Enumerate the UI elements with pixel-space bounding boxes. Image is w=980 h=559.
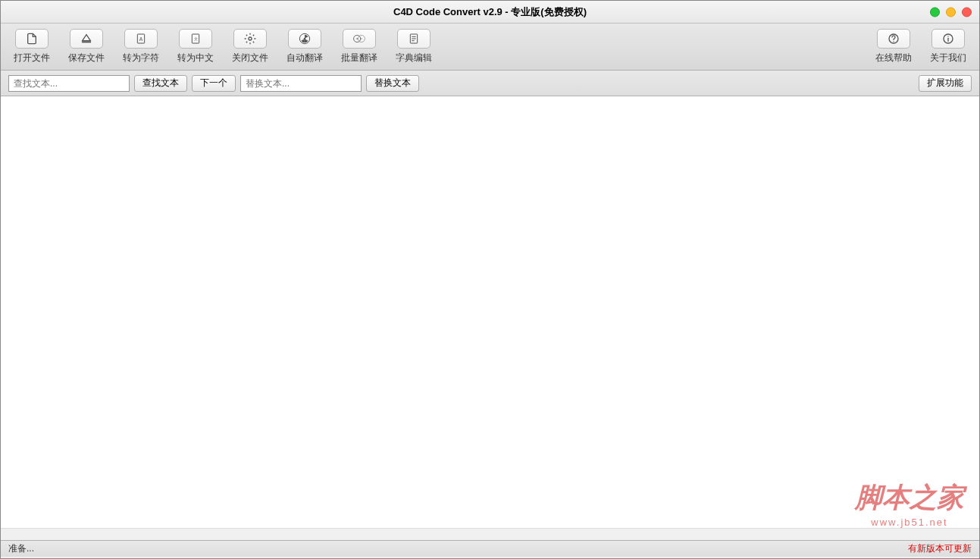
info-icon bbox=[931, 29, 965, 49]
svg-text:文: 文 bbox=[194, 36, 198, 41]
batch-translate-label: 批量翻译 bbox=[341, 52, 377, 64]
find-button[interactable]: 查找文本 bbox=[134, 75, 187, 92]
svg-point-5 bbox=[249, 37, 252, 40]
svg-point-20 bbox=[947, 36, 948, 36]
status-ready: 准备... bbox=[8, 542, 34, 555]
main-toolbar: 打开文件 保存文件 A 转为字符 文 转为中文 关闭文件 自动翻译 bbox=[1, 24, 979, 71]
to-chars-label: 转为字符 bbox=[123, 52, 159, 64]
replace-input[interactable] bbox=[240, 75, 362, 92]
to-chars-button[interactable]: A 转为字符 bbox=[121, 29, 161, 64]
disk-icon bbox=[70, 29, 103, 49]
close-window-button[interactable] bbox=[962, 7, 972, 17]
minimize-button[interactable] bbox=[930, 7, 940, 17]
auto-translate-button[interactable]: 自动翻译 bbox=[284, 29, 325, 64]
save-file-button[interactable]: 保存文件 bbox=[66, 29, 107, 64]
auto-translate-label: 自动翻译 bbox=[286, 52, 323, 64]
radiation-multi-icon bbox=[343, 29, 376, 49]
status-update: 有新版本可更新 bbox=[908, 542, 972, 555]
maximize-button[interactable] bbox=[946, 7, 956, 17]
editor-area[interactable] bbox=[1, 96, 979, 528]
svg-point-9 bbox=[356, 38, 358, 39]
dict-edit-button[interactable]: 字典编辑 bbox=[393, 29, 434, 64]
replace-button[interactable]: 替换文本 bbox=[366, 75, 419, 92]
svg-point-11 bbox=[361, 38, 362, 39]
doc-a-icon: A bbox=[124, 29, 158, 49]
svg-text:A: A bbox=[139, 36, 143, 42]
online-help-button[interactable]: 在线帮助 bbox=[873, 29, 914, 64]
window-controls bbox=[930, 7, 972, 17]
close-file-button[interactable]: 关闭文件 bbox=[230, 29, 271, 64]
about-us-label: 关于我们 bbox=[930, 52, 966, 64]
horizontal-scrollbar[interactable] bbox=[1, 528, 979, 540]
doc-lines-icon bbox=[397, 29, 431, 49]
save-file-label: 保存文件 bbox=[68, 52, 105, 64]
about-us-button[interactable]: 关于我们 bbox=[928, 29, 969, 64]
titlebar: C4D Code Convert v2.9 - 专业版(免费授权) bbox=[1, 1, 979, 24]
open-file-label: 打开文件 bbox=[14, 52, 50, 64]
to-chinese-label: 转为中文 bbox=[177, 52, 214, 64]
next-button[interactable]: 下一个 bbox=[192, 75, 236, 92]
doc-cn-icon: 文 bbox=[179, 29, 212, 49]
svg-point-17 bbox=[893, 41, 894, 42]
expand-features-button[interactable]: 扩展功能 bbox=[919, 75, 972, 92]
help-icon bbox=[877, 29, 910, 49]
gear-icon bbox=[233, 29, 267, 49]
find-input[interactable] bbox=[8, 75, 130, 92]
window-title: C4D Code Convert v2.9 - 专业版(免费授权) bbox=[393, 5, 587, 19]
status-bar: 准备... 有新版本可更新 bbox=[1, 540, 979, 557]
batch-translate-button[interactable]: 批量翻译 bbox=[339, 29, 380, 64]
search-bar: 查找文本 下一个 替换文本 扩展功能 bbox=[1, 71, 979, 96]
file-icon bbox=[15, 29, 49, 49]
svg-rect-0 bbox=[82, 41, 91, 42]
close-file-label: 关闭文件 bbox=[232, 52, 268, 64]
radiation-icon bbox=[288, 29, 321, 49]
open-file-button[interactable]: 打开文件 bbox=[11, 29, 52, 64]
to-chinese-button[interactable]: 文 转为中文 bbox=[175, 29, 216, 64]
online-help-label: 在线帮助 bbox=[875, 52, 912, 64]
dict-edit-label: 字典编辑 bbox=[396, 52, 432, 64]
